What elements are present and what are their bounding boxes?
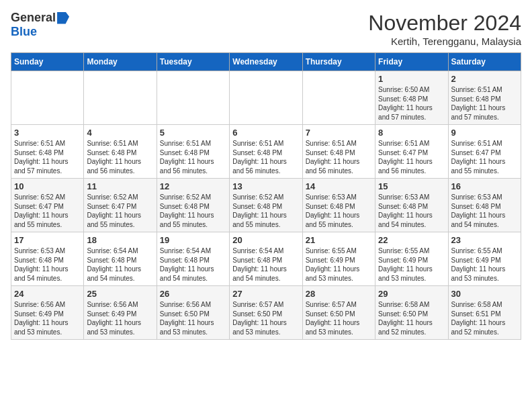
day-number: 15 bbox=[378, 181, 445, 191]
day-info: Sunrise: 6:51 AM Sunset: 6:48 PM Dayligh… bbox=[232, 139, 299, 175]
day-number: 21 bbox=[306, 235, 372, 245]
week-row-4: 17Sunrise: 6:53 AM Sunset: 6:48 PM Dayli… bbox=[11, 232, 521, 286]
title-section: November 2024 Kertih, Terengganu, Malays… bbox=[368, 11, 521, 47]
header-cell-friday: Friday bbox=[375, 53, 448, 71]
day-cell bbox=[11, 71, 84, 125]
day-info: Sunrise: 6:55 AM Sunset: 6:49 PM Dayligh… bbox=[306, 246, 372, 283]
day-info: Sunrise: 6:56 AM Sunset: 6:49 PM Dayligh… bbox=[14, 300, 81, 336]
day-info: Sunrise: 6:56 AM Sunset: 6:50 PM Dayligh… bbox=[160, 300, 226, 336]
day-cell: 2Sunrise: 6:51 AM Sunset: 6:48 PM Daylig… bbox=[448, 71, 521, 125]
day-cell: 20Sunrise: 6:54 AM Sunset: 6:48 PM Dayli… bbox=[230, 232, 302, 286]
day-number: 24 bbox=[14, 289, 81, 299]
day-cell: 26Sunrise: 6:56 AM Sunset: 6:50 PM Dayli… bbox=[157, 286, 229, 340]
day-info: Sunrise: 6:52 AM Sunset: 6:47 PM Dayligh… bbox=[87, 193, 153, 229]
day-cell: 13Sunrise: 6:52 AM Sunset: 6:48 PM Dayli… bbox=[230, 179, 302, 232]
day-number: 4 bbox=[87, 128, 153, 138]
header-cell-thursday: Thursday bbox=[302, 53, 375, 71]
month-title: November 2024 bbox=[368, 11, 521, 36]
day-number: 19 bbox=[160, 235, 226, 245]
calendar-table: SundayMondayTuesdayWednesdayThursdayFrid… bbox=[11, 52, 521, 340]
week-row-3: 10Sunrise: 6:52 AM Sunset: 6:47 PM Dayli… bbox=[11, 179, 521, 232]
week-row-5: 24Sunrise: 6:56 AM Sunset: 6:49 PM Dayli… bbox=[11, 286, 521, 340]
location-text: Kertih, Terengganu, Malaysia bbox=[368, 36, 521, 47]
day-number: 27 bbox=[232, 289, 299, 299]
day-cell: 25Sunrise: 6:56 AM Sunset: 6:49 PM Dayli… bbox=[84, 286, 157, 340]
week-row-1: 1Sunrise: 6:50 AM Sunset: 6:48 PM Daylig… bbox=[11, 71, 521, 125]
day-cell: 11Sunrise: 6:52 AM Sunset: 6:47 PM Dayli… bbox=[84, 179, 157, 232]
day-info: Sunrise: 6:58 AM Sunset: 6:51 PM Dayligh… bbox=[451, 300, 518, 336]
day-number: 2 bbox=[451, 74, 518, 84]
day-cell: 30Sunrise: 6:58 AM Sunset: 6:51 PM Dayli… bbox=[448, 286, 521, 340]
header-cell-monday: Monday bbox=[84, 53, 157, 71]
day-cell: 24Sunrise: 6:56 AM Sunset: 6:49 PM Dayli… bbox=[11, 286, 84, 340]
day-number: 6 bbox=[232, 128, 299, 138]
day-cell bbox=[230, 71, 302, 125]
day-cell: 6Sunrise: 6:51 AM Sunset: 6:48 PM Daylig… bbox=[230, 125, 302, 179]
day-info: Sunrise: 6:54 AM Sunset: 6:48 PM Dayligh… bbox=[232, 246, 299, 283]
day-cell bbox=[157, 71, 229, 125]
day-info: Sunrise: 6:51 AM Sunset: 6:48 PM Dayligh… bbox=[451, 85, 518, 122]
day-cell: 7Sunrise: 6:51 AM Sunset: 6:48 PM Daylig… bbox=[302, 125, 375, 179]
logo: General Blue bbox=[11, 11, 69, 39]
day-info: Sunrise: 6:57 AM Sunset: 6:50 PM Dayligh… bbox=[232, 300, 299, 336]
day-number: 8 bbox=[378, 128, 445, 138]
day-info: Sunrise: 6:55 AM Sunset: 6:49 PM Dayligh… bbox=[451, 246, 518, 283]
day-number: 30 bbox=[451, 289, 518, 299]
day-cell: 14Sunrise: 6:53 AM Sunset: 6:48 PM Dayli… bbox=[302, 179, 375, 232]
day-cell: 23Sunrise: 6:55 AM Sunset: 6:49 PM Dayli… bbox=[448, 232, 521, 286]
day-cell: 10Sunrise: 6:52 AM Sunset: 6:47 PM Dayli… bbox=[11, 179, 84, 232]
day-number: 14 bbox=[306, 181, 372, 191]
day-cell: 22Sunrise: 6:55 AM Sunset: 6:49 PM Dayli… bbox=[375, 232, 448, 286]
day-cell: 21Sunrise: 6:55 AM Sunset: 6:49 PM Dayli… bbox=[302, 232, 375, 286]
day-info: Sunrise: 6:53 AM Sunset: 6:48 PM Dayligh… bbox=[451, 193, 518, 229]
day-info: Sunrise: 6:53 AM Sunset: 6:48 PM Dayligh… bbox=[306, 193, 372, 229]
day-info: Sunrise: 6:51 AM Sunset: 6:48 PM Dayligh… bbox=[160, 139, 226, 175]
logo-blue-text: Blue bbox=[11, 25, 37, 39]
day-info: Sunrise: 6:51 AM Sunset: 6:47 PM Dayligh… bbox=[451, 139, 518, 175]
header-cell-wednesday: Wednesday bbox=[230, 53, 302, 71]
day-number: 1 bbox=[378, 74, 445, 84]
day-number: 12 bbox=[160, 181, 226, 191]
day-cell: 3Sunrise: 6:51 AM Sunset: 6:48 PM Daylig… bbox=[11, 125, 84, 179]
day-number: 10 bbox=[14, 181, 81, 191]
day-cell: 19Sunrise: 6:54 AM Sunset: 6:48 PM Dayli… bbox=[157, 232, 229, 286]
logo-general-text: General bbox=[11, 11, 56, 25]
day-number: 29 bbox=[378, 289, 445, 299]
day-number: 3 bbox=[14, 128, 81, 138]
day-info: Sunrise: 6:53 AM Sunset: 6:48 PM Dayligh… bbox=[378, 193, 445, 229]
day-number: 18 bbox=[87, 235, 153, 245]
day-cell: 17Sunrise: 6:53 AM Sunset: 6:48 PM Dayli… bbox=[11, 232, 84, 286]
day-number: 16 bbox=[451, 181, 518, 191]
day-info: Sunrise: 6:51 AM Sunset: 6:47 PM Dayligh… bbox=[378, 139, 445, 175]
day-number: 25 bbox=[87, 289, 153, 299]
day-cell bbox=[302, 71, 375, 125]
day-cell: 29Sunrise: 6:58 AM Sunset: 6:50 PM Dayli… bbox=[375, 286, 448, 340]
day-cell: 12Sunrise: 6:52 AM Sunset: 6:48 PM Dayli… bbox=[157, 179, 229, 232]
day-cell: 27Sunrise: 6:57 AM Sunset: 6:50 PM Dayli… bbox=[230, 286, 302, 340]
header-cell-sunday: Sunday bbox=[11, 53, 84, 71]
day-number: 20 bbox=[232, 235, 299, 245]
header-cell-tuesday: Tuesday bbox=[157, 53, 229, 71]
day-info: Sunrise: 6:52 AM Sunset: 6:47 PM Dayligh… bbox=[14, 193, 81, 229]
day-cell: 16Sunrise: 6:53 AM Sunset: 6:48 PM Dayli… bbox=[448, 179, 521, 232]
day-info: Sunrise: 6:56 AM Sunset: 6:49 PM Dayligh… bbox=[87, 300, 153, 336]
day-number: 28 bbox=[306, 289, 372, 299]
day-info: Sunrise: 6:55 AM Sunset: 6:49 PM Dayligh… bbox=[378, 246, 445, 283]
day-number: 26 bbox=[160, 289, 226, 299]
day-info: Sunrise: 6:51 AM Sunset: 6:48 PM Dayligh… bbox=[306, 139, 372, 175]
day-info: Sunrise: 6:51 AM Sunset: 6:48 PM Dayligh… bbox=[14, 139, 81, 175]
day-cell: 18Sunrise: 6:54 AM Sunset: 6:48 PM Dayli… bbox=[84, 232, 157, 286]
day-number: 9 bbox=[451, 128, 518, 138]
day-cell bbox=[84, 71, 157, 125]
week-row-2: 3Sunrise: 6:51 AM Sunset: 6:48 PM Daylig… bbox=[11, 125, 521, 179]
day-cell: 9Sunrise: 6:51 AM Sunset: 6:47 PM Daylig… bbox=[448, 125, 521, 179]
day-cell: 5Sunrise: 6:51 AM Sunset: 6:48 PM Daylig… bbox=[157, 125, 229, 179]
day-info: Sunrise: 6:53 AM Sunset: 6:48 PM Dayligh… bbox=[14, 246, 81, 283]
day-cell: 28Sunrise: 6:57 AM Sunset: 6:50 PM Dayli… bbox=[302, 286, 375, 340]
day-number: 11 bbox=[87, 181, 153, 191]
day-info: Sunrise: 6:54 AM Sunset: 6:48 PM Dayligh… bbox=[160, 246, 226, 283]
header-row: SundayMondayTuesdayWednesdayThursdayFrid… bbox=[11, 53, 521, 71]
day-number: 7 bbox=[306, 128, 372, 138]
day-info: Sunrise: 6:52 AM Sunset: 6:48 PM Dayligh… bbox=[232, 193, 299, 229]
day-number: 17 bbox=[14, 235, 81, 245]
